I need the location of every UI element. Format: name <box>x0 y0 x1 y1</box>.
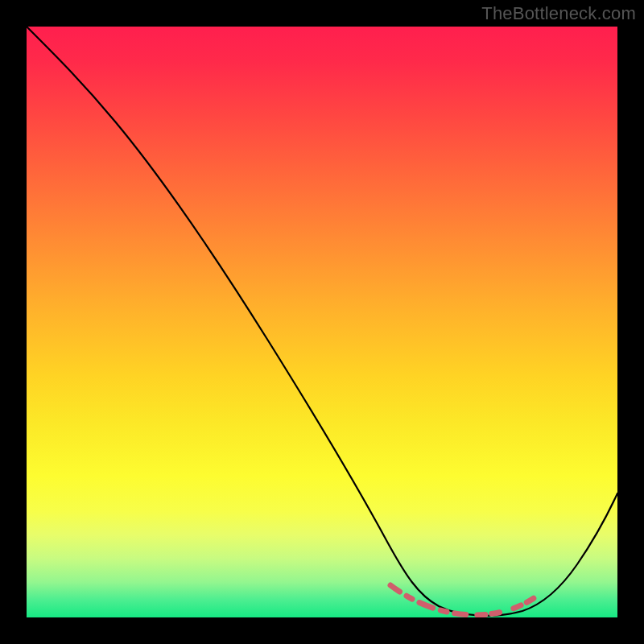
curve-layer <box>27 27 617 617</box>
black-curve <box>27 27 617 616</box>
watermark-text: TheBottleneck.com <box>481 3 636 24</box>
plot-area <box>27 27 617 617</box>
red-marker-band <box>390 585 539 615</box>
chart-frame: TheBottleneck.com <box>0 0 644 644</box>
